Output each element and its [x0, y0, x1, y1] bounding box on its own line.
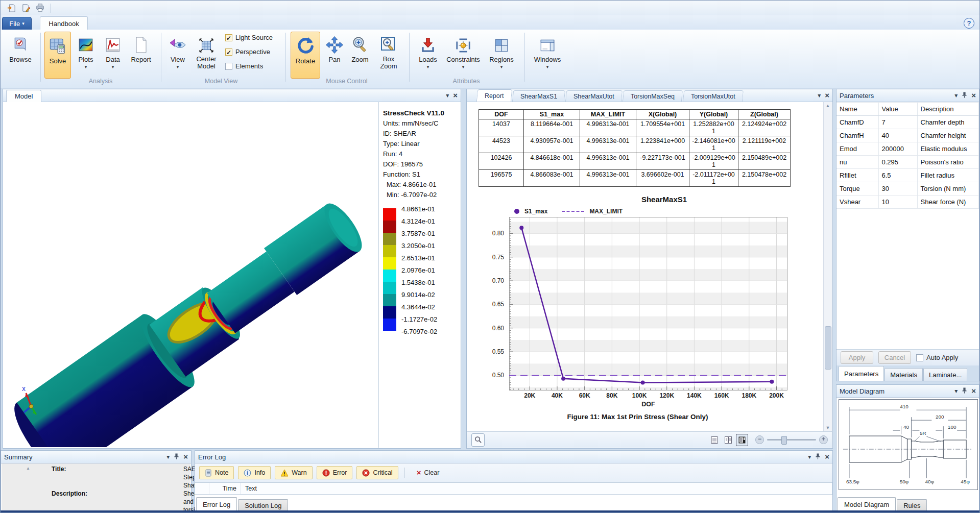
- cancel-button[interactable]: Cancel: [878, 351, 911, 364]
- scroll-down-icon[interactable]: ▼: [824, 425, 832, 430]
- checkbox-perspective[interactable]: ✓ Perspective: [225, 48, 270, 56]
- chevron-down-icon[interactable]: ▾: [446, 92, 449, 99]
- column-header[interactable]: Description: [917, 103, 979, 116]
- center-model-button[interactable]: Center Model: [192, 32, 221, 70]
- table-row[interactable]: 140378.119664e-0014.996313e-0011.709554e…: [479, 119, 791, 136]
- close-icon[interactable]: ×: [971, 388, 976, 394]
- column-header[interactable]: Name: [836, 103, 878, 116]
- regions-button[interactable]: Regions ▾: [486, 32, 517, 69]
- file-menu-button[interactable]: File ▾: [2, 17, 32, 31]
- chevron-down-icon[interactable]: ▾: [954, 388, 958, 394]
- two-page-view-button[interactable]: [722, 434, 734, 446]
- chevron-down-icon[interactable]: ▾: [808, 454, 811, 460]
- table-row[interactable]: 1024264.846618e-0014.996313e-001-9.22717…: [479, 153, 791, 170]
- tab-rules[interactable]: Rules: [897, 499, 927, 511]
- tab-handbook[interactable]: Handbook: [40, 16, 88, 30]
- column-header[interactable]: X(Global): [636, 110, 689, 119]
- warn-filter-button[interactable]: Warn: [275, 466, 312, 479]
- critical-filter-button[interactable]: Critical: [356, 466, 398, 479]
- constraints-button[interactable]: Constraints ▾: [443, 32, 484, 69]
- checkbox-elements[interactable]: Elements: [225, 62, 263, 70]
- scroll-up-icon[interactable]: ▲: [824, 103, 832, 108]
- error-filter-button[interactable]: Error: [317, 466, 353, 479]
- close-icon[interactable]: ×: [183, 454, 188, 460]
- zoom-in-button[interactable]: +: [819, 435, 828, 444]
- tab-torsionmaxutot[interactable]: TorsionMaxUtot: [683, 90, 744, 102]
- close-icon[interactable]: ×: [825, 92, 829, 99]
- rotate-button[interactable]: Rotate: [291, 32, 320, 79]
- table-row[interactable]: 1965754.866083e-0014.996313e-0013.696602…: [479, 170, 791, 187]
- checkbox-light-source[interactable]: ✓ Light Source: [225, 34, 273, 41]
- pan-button[interactable]: Pan: [323, 32, 346, 63]
- chevron-down-icon[interactable]: ▾: [166, 454, 170, 460]
- pin-icon[interactable]: [174, 453, 179, 461]
- table-row[interactable]: ChamfD7Chamfer depth: [836, 116, 979, 129]
- box-zoom-button[interactable]: Box Zoom: [374, 32, 403, 70]
- auto-apply-checkbox[interactable]: Auto Apply: [916, 354, 958, 361]
- close-icon[interactable]: ×: [825, 454, 829, 460]
- summary-scrollbar[interactable]: ▲ ▼: [5, 465, 52, 513]
- search-button[interactable]: [471, 433, 485, 447]
- apply-button[interactable]: Apply: [841, 351, 873, 364]
- windows-button[interactable]: Windows ▾: [530, 32, 565, 69]
- loads-button[interactable]: Loads ▾: [415, 32, 441, 69]
- pin-icon[interactable]: [962, 92, 967, 100]
- tab-materials[interactable]: Materials: [885, 368, 923, 381]
- report-scrollbar[interactable]: ▲ ▼: [823, 102, 832, 431]
- info-filter-button[interactable]: Info: [238, 466, 271, 479]
- scrollbar-thumb[interactable]: [825, 326, 831, 370]
- view-button[interactable]: View ▾: [166, 32, 189, 69]
- tab-solution-log[interactable]: Solution Log: [238, 499, 288, 511]
- data-button[interactable]: Data ▾: [102, 32, 124, 69]
- report-button[interactable]: Report: [126, 32, 156, 63]
- scroll-up-icon[interactable]: ▲: [5, 466, 52, 471]
- import-file-icon[interactable]: [6, 3, 17, 14]
- table-row[interactable]: Torque30Torsion (N mm): [836, 182, 979, 196]
- column-header[interactable]: DOF: [479, 110, 524, 119]
- clear-button[interactable]: × Clear: [411, 466, 445, 479]
- table-row[interactable]: ChamfH40Chamfer height: [836, 129, 979, 142]
- model-3d-viewport[interactable]: x StressCheck V11.0 Units: mm/N/sec/C ID…: [4, 102, 460, 448]
- table-row[interactable]: Rfillet6.5Fillet radius: [836, 169, 979, 182]
- tab-parameters[interactable]: Parameters: [839, 366, 884, 381]
- model-panel-tab[interactable]: Model: [6, 90, 41, 102]
- column-header[interactable]: Value: [878, 103, 917, 116]
- tab-shearmaxutot[interactable]: ShearMaxUtot: [565, 90, 623, 102]
- table-row[interactable]: nu0.295Poisson's ratio: [836, 156, 979, 169]
- tab-shearmaxs1[interactable]: ShearMaxS1: [512, 90, 565, 102]
- tab-report[interactable]: Report: [476, 89, 512, 102]
- help-button[interactable]: ?: [964, 18, 974, 29]
- solve-button[interactable]: Solve: [44, 32, 71, 79]
- plots-button[interactable]: Plots ▾: [73, 32, 99, 69]
- tab-torsionmaxseq[interactable]: TorsionMaxSeq: [623, 90, 683, 102]
- note-filter-button[interactable]: Note: [199, 466, 234, 479]
- reading-view-button[interactable]: [736, 434, 748, 446]
- chevron-down-icon[interactable]: ▾: [818, 92, 821, 99]
- table-row[interactable]: 445234.930957e-0014.996313e-0011.223841e…: [479, 136, 791, 153]
- column-header-text[interactable]: Text: [241, 483, 832, 494]
- tab-model-diagram[interactable]: Model Diagram: [838, 497, 896, 511]
- single-page-view-button[interactable]: [708, 434, 721, 446]
- column-header-time[interactable]: Time: [209, 483, 241, 494]
- close-icon[interactable]: ×: [453, 92, 458, 99]
- column-header[interactable]: Z(Global): [738, 110, 791, 119]
- column-header[interactable]: MAX_LIMIT: [580, 110, 636, 119]
- browse-button[interactable]: Browse: [5, 32, 36, 63]
- zoom-slider-knob[interactable]: [781, 436, 787, 445]
- pin-icon[interactable]: [962, 387, 967, 395]
- zoom-slider[interactable]: [767, 439, 816, 441]
- column-header[interactable]: Y(Global): [689, 110, 738, 119]
- print-icon[interactable]: [34, 3, 45, 14]
- table-row[interactable]: Emod200000Elastic modulus: [836, 142, 979, 156]
- zoom-out-button[interactable]: −: [755, 435, 764, 444]
- close-icon[interactable]: ×: [971, 92, 976, 99]
- chevron-down-icon[interactable]: ▾: [954, 92, 958, 99]
- report-content[interactable]: DOFS1_maxMAX_LIMITX(Global)Y(Global)Z(Gl…: [467, 102, 832, 431]
- save-file-icon[interactable]: [20, 3, 31, 14]
- pin-icon[interactable]: [815, 453, 821, 461]
- zoom-button[interactable]: Zoom: [348, 32, 372, 63]
- table-row[interactable]: Vshear10Shear force (N): [836, 196, 979, 209]
- tab-error-log[interactable]: Error Log: [196, 497, 237, 511]
- column-header[interactable]: S1_max: [524, 110, 580, 119]
- tab-laminate[interactable]: Laminate...: [923, 368, 967, 381]
